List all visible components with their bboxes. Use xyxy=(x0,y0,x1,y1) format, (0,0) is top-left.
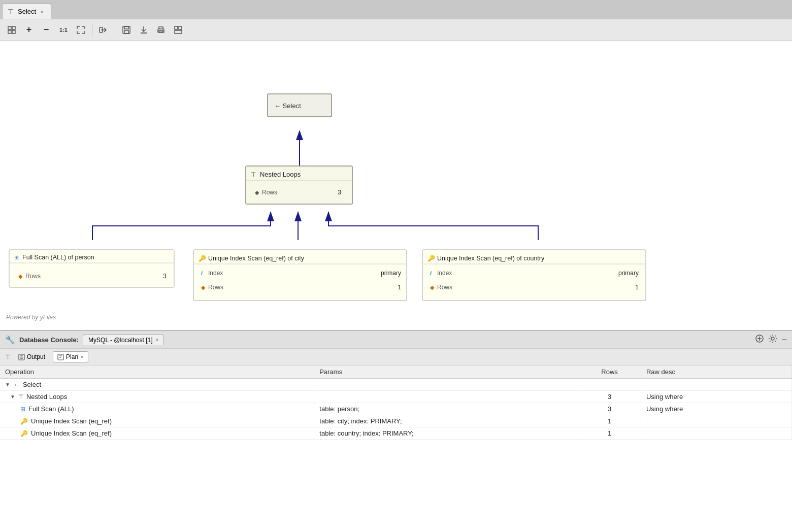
svg-text:◆: ◆ xyxy=(430,284,435,290)
sub-toolbar: ⊤ Output Plan × xyxy=(0,349,792,365)
key-icon: 🔑 xyxy=(20,430,28,437)
svg-text:1: 1 xyxy=(398,284,401,291)
diagram-canvas[interactable]: ← Select ⊤ Nested Loops ◆ Rows 3 ⊞ Full … xyxy=(0,41,792,330)
output-tab-label: Output xyxy=(27,353,45,360)
table-row[interactable]: 🔑 Unique Index Scan (eq_ref) table: city… xyxy=(0,415,792,427)
svg-text:Index: Index xyxy=(208,270,223,277)
fit-btn[interactable]: 1:1 xyxy=(56,23,71,37)
operation-cell: 🔑 Unique Index Scan (eq_ref) xyxy=(0,415,314,427)
expand-arrow[interactable]: ▼ xyxy=(10,394,15,400)
rows-cell: 1 xyxy=(578,415,641,427)
plan-table: Operation Params Rows Raw desc xyxy=(0,365,792,440)
output-tab[interactable]: Output xyxy=(14,351,50,362)
key-icon: 🔑 xyxy=(20,418,28,425)
operation-cell: ⊞ Full Scan (ALL) xyxy=(0,403,314,415)
add-console-btn[interactable] xyxy=(755,334,764,345)
powered-by-label: Powered by yFiles xyxy=(6,314,56,321)
select-tab-close[interactable]: × xyxy=(40,9,43,15)
settings2-btn[interactable] xyxy=(171,23,186,37)
operation-cell: ▼ ← Select xyxy=(0,379,314,391)
table-row[interactable]: ⊞ Full Scan (ALL) table: person; 3 Using… xyxy=(0,403,792,415)
col-header-params: Params xyxy=(314,365,578,379)
connection-tab-label: MySQL - @localhost [1] xyxy=(88,337,152,344)
grid-btn[interactable] xyxy=(4,23,19,37)
svg-text:Index: Index xyxy=(437,270,452,277)
save-btn[interactable] xyxy=(119,23,134,37)
bottom-header: 🔧 Database Console: MySQL - @localhost [… xyxy=(0,331,792,349)
svg-text:⊤: ⊤ xyxy=(251,171,256,178)
svg-text:Unique Index Scan (eq_ref) of : Unique Index Scan (eq_ref) of city xyxy=(208,255,305,262)
svg-text:3: 3 xyxy=(338,189,341,196)
svg-text:Rows: Rows xyxy=(208,284,223,291)
rawdesc-cell xyxy=(641,427,791,440)
export-btn[interactable] xyxy=(136,23,151,37)
select-tab-icon: ⊤ xyxy=(8,8,14,16)
params-cell: table: country; index: PRIMARY; xyxy=(314,427,578,440)
svg-text:primary: primary xyxy=(381,270,401,277)
params-cell: table: person; xyxy=(314,403,578,415)
params-cell xyxy=(314,391,578,403)
database-console-title: Database Console: xyxy=(19,336,79,344)
plan-tab-label: Plan xyxy=(66,353,78,360)
toolbar-divider-2 xyxy=(115,24,115,36)
bottom-header-controls: − xyxy=(755,334,787,345)
svg-text:Rows: Rows xyxy=(25,273,41,280)
svg-rect-10 xyxy=(175,26,178,29)
print-btn[interactable] xyxy=(153,23,169,37)
expand-btn[interactable] xyxy=(73,23,88,37)
tab-bar: ⊤ Select × xyxy=(0,0,792,19)
connection-tab[interactable]: MySQL - @localhost [1] × xyxy=(83,335,164,345)
svg-text:⊞: ⊞ xyxy=(14,254,19,260)
minimize-btn[interactable]: − xyxy=(781,334,787,345)
select-tab-label: Select xyxy=(18,8,36,15)
table-row[interactable]: 🔑 Unique Index Scan (eq_ref) table: coun… xyxy=(0,427,792,440)
expand-arrow[interactable]: ▼ xyxy=(5,382,10,387)
svg-text:Rows: Rows xyxy=(437,284,452,291)
sub-toolbar-icon: ⊤ xyxy=(5,353,11,361)
rawdesc-cell xyxy=(641,415,791,427)
svg-rect-3 xyxy=(12,30,15,34)
plan-tab[interactable]: Plan × xyxy=(53,351,88,362)
svg-text:1: 1 xyxy=(635,284,639,291)
svg-rect-1 xyxy=(12,26,15,29)
col-header-raw-desc: Raw desc xyxy=(641,365,791,379)
plan-tab-close[interactable]: × xyxy=(80,354,83,360)
share-btn[interactable] xyxy=(96,23,111,37)
left-arrow-icon: ← xyxy=(13,381,20,388)
plan-table-wrapper[interactable]: Operation Params Rows Raw desc xyxy=(0,365,792,532)
svg-text:Nested Loops: Nested Loops xyxy=(260,171,301,178)
zoom-in-btn[interactable]: + xyxy=(21,23,37,37)
operation-cell: ▼ ⊤ Nested Loops xyxy=(0,391,314,403)
svg-text:Unique Index Scan (eq_ref) of : Unique Index Scan (eq_ref) of country xyxy=(437,255,545,262)
svg-text:◆: ◆ xyxy=(201,284,206,290)
svg-text:🔑: 🔑 xyxy=(199,254,206,262)
connection-tab-close[interactable]: × xyxy=(156,337,159,343)
svg-point-55 xyxy=(771,337,774,340)
select-tab[interactable]: ⊤ Select × xyxy=(2,4,51,19)
params-cell xyxy=(314,379,578,391)
diagram-toolbar: + − 1:1 xyxy=(0,19,792,41)
rawdesc-cell: Using where xyxy=(641,403,791,415)
svg-text:primary: primary xyxy=(618,270,639,277)
svg-text:Full Scan (ALL) of person: Full Scan (ALL) of person xyxy=(22,254,94,261)
settings-btn[interactable] xyxy=(768,334,777,345)
rows-cell: 1 xyxy=(578,427,641,440)
svg-text:← Select: ← Select xyxy=(274,102,301,110)
table-row[interactable]: ▼ ← Select xyxy=(0,379,792,391)
zoom-out-btn[interactable]: − xyxy=(39,23,54,37)
svg-rect-11 xyxy=(179,26,182,29)
svg-text:🔑: 🔑 xyxy=(427,254,435,262)
svg-rect-7 xyxy=(124,30,128,34)
col-header-operation: Operation xyxy=(0,365,314,379)
rawdesc-cell: Using where xyxy=(641,391,791,403)
table-row[interactable]: ▼ ⊤ Nested Loops 3 Using where xyxy=(0,391,792,403)
bottom-panel: 🔧 Database Console: MySQL - @localhost [… xyxy=(0,330,792,532)
svg-text:3: 3 xyxy=(163,273,167,280)
table-icon: ⊞ xyxy=(20,406,25,413)
wrench-icon: 🔧 xyxy=(5,335,15,345)
params-cell: table: city; index: PRIMARY; xyxy=(314,415,578,427)
toolbar-divider-1 xyxy=(92,24,92,36)
svg-rect-12 xyxy=(175,30,182,34)
svg-text:◆: ◆ xyxy=(255,189,259,195)
svg-rect-5 xyxy=(123,26,130,34)
